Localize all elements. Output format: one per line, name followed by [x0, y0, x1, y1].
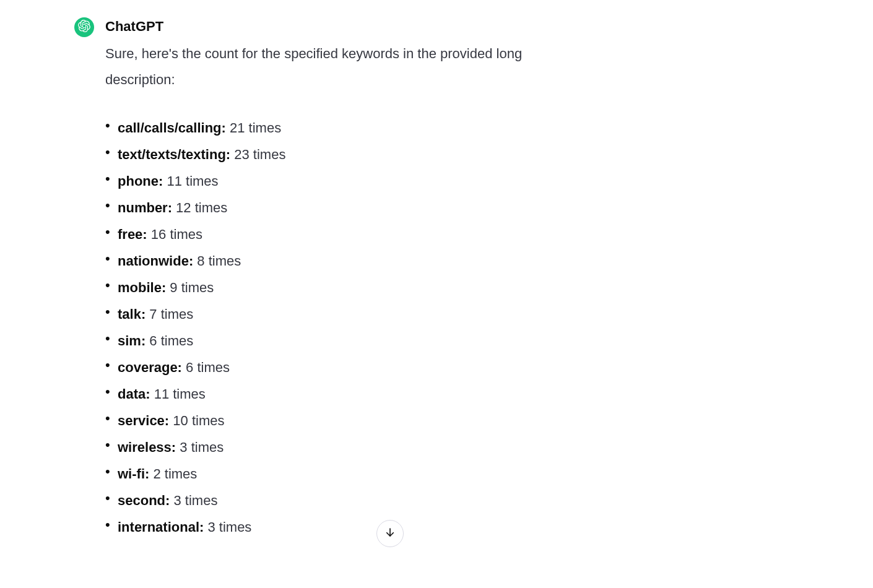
list-item: talk: 7 times [105, 304, 588, 324]
keyword-label: international: [118, 519, 204, 535]
list-item: wireless: 3 times [105, 437, 588, 457]
message-content: ChatGPT Sure, here's the count for the s… [105, 19, 588, 537]
keyword-label: coverage: [118, 360, 182, 375]
chatgpt-avatar [74, 17, 94, 37]
keyword-count: 11 times [163, 173, 218, 189]
keyword-label: talk: [118, 306, 146, 322]
list-item: phone: 11 times [105, 171, 588, 191]
keyword-label: service: [118, 413, 169, 428]
list-item: free: 16 times [105, 224, 588, 244]
keyword-label: number: [118, 200, 172, 215]
keyword-label: call/calls/calling: [118, 120, 226, 136]
list-item: international: 3 times [105, 517, 588, 537]
keyword-label: free: [118, 227, 147, 242]
keyword-count: 6 times [146, 333, 193, 348]
keyword-label: data: [118, 386, 150, 402]
keyword-count: 3 times [176, 439, 224, 455]
keyword-count: 2 times [149, 466, 197, 482]
keyword-label: wireless: [118, 439, 176, 455]
keyword-label: sim: [118, 333, 146, 348]
keyword-count: 12 times [172, 200, 227, 215]
keyword-count: 10 times [169, 413, 224, 428]
list-item: sim: 6 times [105, 331, 588, 351]
keyword-label: mobile: [118, 280, 166, 295]
openai-logo-icon [78, 20, 90, 35]
keyword-label: wi-fi: [118, 466, 149, 482]
keyword-count: 3 times [170, 493, 217, 508]
list-item: call/calls/calling: 21 times [105, 118, 588, 138]
keyword-list: call/calls/calling: 21 timestext/texts/t… [105, 118, 588, 537]
keyword-label: nationwide: [118, 253, 193, 269]
keyword-count: 8 times [193, 253, 241, 269]
list-item: text/texts/texting: 23 times [105, 144, 588, 165]
sender-name: ChatGPT [105, 19, 588, 35]
list-item: service: 10 times [105, 410, 588, 431]
intro-text: Sure, here's the count for the specified… [105, 41, 588, 93]
assistant-message: ChatGPT Sure, here's the count for the s… [0, 0, 588, 537]
keyword-count: 3 times [204, 519, 251, 535]
keyword-count: 11 times [150, 386, 206, 402]
keyword-count: 7 times [146, 306, 193, 322]
keyword-label: second: [118, 493, 170, 508]
keyword-count: 23 times [230, 147, 285, 162]
keyword-count: 21 times [226, 120, 281, 136]
keyword-count: 16 times [147, 227, 202, 242]
list-item: coverage: 6 times [105, 357, 588, 378]
scroll-to-bottom-button[interactable] [376, 520, 404, 547]
list-item: nationwide: 8 times [105, 251, 588, 271]
arrow-down-icon [384, 527, 396, 540]
list-item: number: 12 times [105, 197, 588, 218]
keyword-count: 9 times [166, 280, 214, 295]
list-item: wi-fi: 2 times [105, 464, 588, 484]
keyword-count: 6 times [182, 360, 230, 375]
keyword-label: phone: [118, 173, 163, 189]
keyword-label: text/texts/texting: [118, 147, 230, 162]
list-item: data: 11 times [105, 384, 588, 404]
list-item: mobile: 9 times [105, 277, 588, 298]
list-item: second: 3 times [105, 490, 588, 511]
